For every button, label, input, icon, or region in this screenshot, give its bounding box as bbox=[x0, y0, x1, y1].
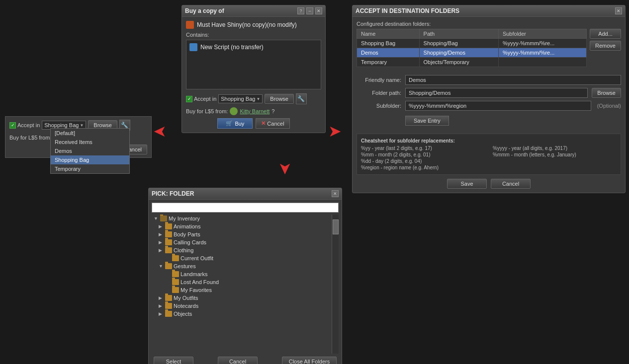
cancel-label: Cancel bbox=[267, 121, 284, 127]
minimize-button[interactable]: – bbox=[306, 7, 313, 14]
buy-button[interactable]: 🛒 Buy bbox=[217, 118, 253, 129]
help-button[interactable]: ? bbox=[297, 7, 304, 14]
left-accept-checkbox-label[interactable]: ✓ Accept in bbox=[9, 122, 40, 129]
tree-item-my-inventory[interactable]: ▼ My Inventory bbox=[152, 215, 332, 222]
menu-item-temporary[interactable]: Temporary bbox=[51, 164, 129, 173]
tree-arrow-clothing: ▶ bbox=[159, 248, 164, 253]
script-icon bbox=[189, 43, 197, 51]
left-chevron-down-icon: ▼ bbox=[80, 123, 84, 128]
cart-icon: 🛒 bbox=[226, 120, 233, 127]
tree-arrow-objects: ▶ bbox=[159, 311, 164, 316]
x-icon: ✕ bbox=[261, 120, 266, 127]
item-box-icon bbox=[186, 21, 194, 29]
dest-save-button[interactable]: Save bbox=[447, 179, 487, 189]
menu-item-demos[interactable]: Demos bbox=[51, 146, 129, 155]
pick-close-button[interactable]: ✕ bbox=[332, 190, 339, 197]
cheat-mm: %mm - month (2 digits, e.g. 01) bbox=[361, 152, 485, 157]
pick-cancel-button[interactable]: Cancel bbox=[218, 357, 258, 364]
avatar-name[interactable]: Kitty Barnett bbox=[240, 108, 270, 114]
row-subfolder-temporary bbox=[498, 58, 586, 67]
buy-dialog-content: Must Have Shiny(no copy)(no modify) Cont… bbox=[182, 17, 325, 133]
inventory-folder-icon bbox=[160, 216, 167, 221]
tree-arrow-animations: ▶ bbox=[159, 224, 164, 229]
tree-label-clothing: Clothing bbox=[174, 247, 193, 253]
menu-item-default[interactable]: [Default] bbox=[51, 129, 129, 138]
tree-item-lost-and-found[interactable]: Lost And Found bbox=[152, 278, 332, 286]
cheat-yy: %yy - year (last 2 digits, e.g. 17) bbox=[361, 146, 485, 151]
tree-item-calling-cards[interactable]: ▶ Calling Cards bbox=[152, 238, 332, 246]
objects-folder-icon bbox=[165, 311, 172, 317]
friendly-name-input[interactable] bbox=[405, 75, 621, 85]
tree-item-landmarks[interactable]: Landmarks bbox=[152, 270, 332, 278]
animations-folder-icon bbox=[165, 223, 172, 229]
menu-item-received[interactable]: Received Items bbox=[51, 138, 129, 146]
avatar-suffix: ? bbox=[271, 108, 274, 114]
dest-close-button[interactable]: ✕ bbox=[615, 7, 622, 14]
tree-item-current-outfit[interactable]: Current Outfit bbox=[152, 254, 332, 262]
cancel-button[interactable]: ✕ Cancel bbox=[256, 118, 289, 129]
close-button[interactable]: ✕ bbox=[315, 7, 322, 14]
scroll-thumb[interactable] bbox=[333, 219, 339, 234]
close-all-folders-button[interactable]: Close All Folders bbox=[282, 357, 337, 364]
table-area: Name Path Subfolder Shopping Bag Shoppin… bbox=[357, 29, 621, 71]
price-row: Buy for L$5 from: Kitty Barnett ? bbox=[186, 107, 321, 115]
tree-item-animations[interactable]: ▶ Animations bbox=[152, 222, 332, 230]
menu-item-shopping-bag[interactable]: Shopping Bag bbox=[51, 155, 129, 164]
row-path-shopping-bag: Shopping/Bag bbox=[419, 39, 498, 48]
add-button[interactable]: Add... bbox=[590, 29, 621, 39]
cheat-yyyy: %yyyy - year (all digits, e.g. 2017) bbox=[493, 146, 617, 151]
row-subfolder-demos: %yyyy-%mmm/%re... bbox=[498, 48, 586, 58]
table-row-temporary[interactable]: Temporary Objects/Temporary bbox=[357, 58, 587, 67]
folder-path-input[interactable] bbox=[405, 88, 588, 98]
select-button[interactable]: Select bbox=[154, 357, 193, 364]
landmarks-folder-icon bbox=[172, 271, 179, 277]
subfolder-input[interactable] bbox=[405, 101, 591, 111]
tree-label-current-outfit: Current Outfit bbox=[180, 255, 213, 261]
col-header-name: Name bbox=[357, 29, 420, 39]
clothing-folder-icon bbox=[165, 247, 172, 253]
folder-path-label: Folder path: bbox=[357, 90, 401, 96]
save-entry-button[interactable]: Save Entry bbox=[405, 116, 449, 126]
accept-dropdown-value: Shopping Bag bbox=[221, 96, 255, 102]
left-accept-checkbox[interactable]: ✓ bbox=[9, 122, 16, 129]
tree-item-my-favorites[interactable]: My Favorites bbox=[152, 286, 332, 294]
search-input[interactable] bbox=[152, 203, 339, 213]
tree-item-my-outfits[interactable]: ▶ My Outfits bbox=[152, 294, 332, 302]
table-row-shopping-bag[interactable]: Shopping Bag Shopping/Bag %yyyy-%mmm/%re… bbox=[357, 39, 587, 48]
tree-label-body-parts: Body Parts bbox=[174, 231, 200, 237]
row-name-temporary: Temporary bbox=[357, 58, 420, 67]
accept-checkbox[interactable]: ✓ bbox=[186, 96, 192, 102]
script-item-row: New Script (no transfer) bbox=[189, 43, 318, 51]
dest-browse-button[interactable]: Browse bbox=[592, 88, 621, 98]
tree-scrollbar[interactable] bbox=[332, 215, 339, 354]
pick-dialog-content: ▼ My Inventory ▶ Animations ▶ Body Parts… bbox=[149, 200, 342, 364]
tree-item-clothing[interactable]: ▶ Clothing bbox=[152, 246, 332, 254]
accept-dropdown-menu[interactable]: [Default] Received Items Demos Shopping … bbox=[50, 128, 130, 174]
tree-item-gestures[interactable]: ▼ Gestures bbox=[152, 262, 332, 270]
accept-dropdown[interactable]: Shopping Bag ▼ bbox=[218, 94, 263, 103]
tree-item-objects[interactable]: ▶ Objects bbox=[152, 310, 332, 318]
dest-cancel-button[interactable]: Cancel bbox=[491, 179, 531, 189]
notecards-folder-icon bbox=[165, 303, 172, 309]
right-arrow-icon: ➤ bbox=[328, 122, 342, 141]
script-item-name: New Script (no transfer) bbox=[200, 44, 264, 51]
tree-arrow-gestures: ▼ bbox=[159, 264, 164, 269]
table-row-demos[interactable]: Demos Shopping/Demos %yyyy-%mmm/%re... bbox=[357, 48, 587, 58]
tree-item-notecards[interactable]: ▶ Notecards bbox=[152, 302, 332, 310]
tree-label-animations: Animations bbox=[174, 223, 200, 229]
left-accept-in-label: Accept in bbox=[17, 122, 40, 128]
row-path-demos: Shopping/Demos bbox=[419, 48, 498, 58]
action-row: 🛒 Buy ✕ Cancel bbox=[186, 118, 321, 129]
row-name-demos: Demos bbox=[357, 48, 420, 58]
calling-cards-folder-icon bbox=[165, 239, 172, 245]
browse-button[interactable]: Browse bbox=[265, 94, 294, 104]
item-name: Must Have Shiny(no copy)(no modify) bbox=[197, 21, 297, 28]
left-arrow-icon: ➤ bbox=[153, 122, 167, 141]
contains-label: Contains: bbox=[186, 32, 321, 38]
cheatsheet: Cheatsheet for subfolder replacements: %… bbox=[357, 134, 621, 175]
cheatsheet-title: Cheatsheet for subfolder replacements: bbox=[361, 138, 617, 144]
tree-item-body-parts[interactable]: ▶ Body Parts bbox=[152, 230, 332, 238]
wrench-button[interactable]: 🔧 bbox=[296, 93, 307, 104]
accept-checkbox-label[interactable]: ✓ Accept in bbox=[186, 96, 216, 102]
remove-button[interactable]: Remove bbox=[590, 41, 621, 51]
